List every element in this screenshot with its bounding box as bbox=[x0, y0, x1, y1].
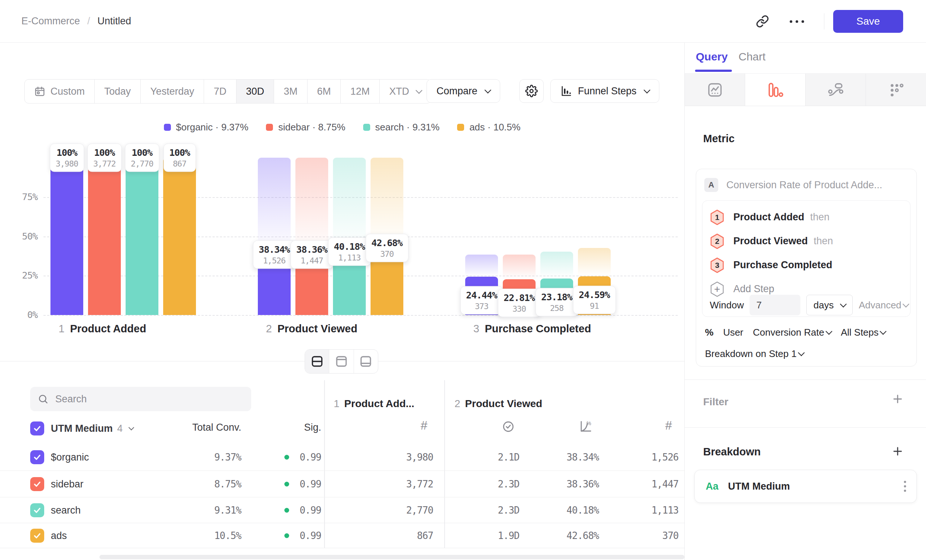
funnel-bar-organic-step3[interactable]: 24.44%373 bbox=[465, 158, 498, 315]
date-range-6m[interactable]: 6M bbox=[307, 80, 341, 103]
tab-query[interactable]: Query bbox=[696, 50, 728, 63]
kebab-menu-icon[interactable] bbox=[904, 481, 906, 492]
tab-insights[interactable] bbox=[685, 74, 745, 106]
count-metric-icon[interactable]: # bbox=[421, 419, 427, 433]
table-row-search[interactable]: search9.31%0.992,7702.3D40.18%1,113 bbox=[0, 497, 684, 523]
group-column-label: UTM Medium bbox=[51, 423, 113, 434]
gear-icon bbox=[525, 85, 538, 97]
date-range-today[interactable]: Today bbox=[95, 80, 141, 103]
legend-item-ads[interactable]: ads · 10.5% bbox=[457, 121, 520, 133]
bar-count: 370 bbox=[371, 249, 402, 258]
row-checkbox[interactable] bbox=[30, 450, 44, 464]
add-filter-button[interactable] bbox=[891, 392, 904, 406]
funnel-bar-search-step2[interactable]: 40.18%1,113 bbox=[333, 158, 366, 315]
advanced-dropdown[interactable]: Advanced bbox=[859, 300, 909, 311]
funnel-bar-organic-step1[interactable]: 100%3,980 bbox=[50, 158, 83, 315]
horizontal-scrollbar[interactable] bbox=[100, 555, 684, 559]
report-title[interactable]: Untitled bbox=[98, 15, 132, 27]
step-label-3: 3Purchase Completed bbox=[473, 323, 591, 335]
view-selector-label: Funnel Steps bbox=[578, 85, 637, 97]
date-range-custom[interactable]: Custom bbox=[25, 80, 95, 103]
layout-chart-top-button[interactable] bbox=[329, 350, 354, 373]
funnel-steps-view-button[interactable]: Funnel Steps bbox=[550, 79, 659, 103]
funnel-bar-sidebar-step2[interactable]: 38.36%1,447 bbox=[295, 158, 328, 315]
funnel-bar-organic-step2[interactable]: 38.34%1,526 bbox=[258, 158, 291, 315]
compare-button[interactable]: Compare bbox=[427, 79, 500, 103]
date-range-xtd[interactable]: XTD bbox=[380, 80, 431, 103]
date-range-3m[interactable]: 3M bbox=[274, 80, 307, 103]
date-range-label: XTD bbox=[389, 86, 409, 97]
date-range-30d[interactable]: 30D bbox=[236, 80, 274, 103]
breakdown-on-label: Breakdown on Step 1 bbox=[705, 348, 797, 360]
funnel-bar-ads-step1[interactable]: 100%867 bbox=[163, 158, 196, 315]
window-value-input[interactable] bbox=[750, 295, 800, 315]
legend-item-sidebar[interactable]: sidebar · 8.75% bbox=[266, 121, 345, 133]
tab-retention[interactable] bbox=[866, 74, 926, 106]
table-search[interactable] bbox=[30, 387, 251, 411]
step-number: 1 bbox=[710, 209, 725, 226]
funnel-step-2[interactable]: 2 Product Viewed then bbox=[710, 229, 910, 253]
breadcrumb-project[interactable]: E-Commerce bbox=[21, 15, 80, 27]
row-checkbox[interactable] bbox=[30, 503, 44, 517]
chart-settings-button[interactable] bbox=[519, 79, 544, 103]
scope-selector[interactable]: All Steps bbox=[841, 327, 886, 338]
avg-time-metric-icon[interactable] bbox=[502, 420, 515, 433]
more-menu-button[interactable] bbox=[785, 12, 809, 31]
metric-selector[interactable]: Conversion Rate bbox=[753, 327, 831, 338]
metric-title: Conversion Rate of Product Adde... bbox=[726, 179, 882, 191]
breakdown-item-utm-medium[interactable]: Aa UTM Medium bbox=[694, 470, 917, 503]
bar bbox=[163, 158, 196, 315]
search-input[interactable] bbox=[54, 393, 233, 405]
group-column-header[interactable]: UTM Medium 4 bbox=[51, 421, 133, 436]
tab-funnels[interactable] bbox=[745, 74, 806, 106]
funnel-bar-search-step3[interactable]: 23.18%258 bbox=[540, 158, 573, 315]
entity-selector[interactable]: User bbox=[723, 327, 743, 338]
funnel-step-3[interactable]: 3 Purchase Completed bbox=[710, 253, 910, 277]
date-range-7d[interactable]: 7D bbox=[204, 80, 236, 103]
bar-value-label: 100%2,770 bbox=[125, 144, 159, 172]
count-metric-icon[interactable]: # bbox=[665, 419, 672, 433]
legend-item-search[interactable]: search · 9.31% bbox=[363, 121, 440, 133]
date-range-yesterday[interactable]: Yesterday bbox=[141, 80, 204, 103]
row-total-conv: 8.75% bbox=[214, 478, 241, 490]
funnel-bar-ads-step3[interactable]: 24.59%91 bbox=[578, 158, 611, 315]
funnel-bar-ads-step2[interactable]: 42.68%370 bbox=[371, 158, 403, 315]
tab-flows[interactable] bbox=[806, 74, 866, 106]
breakdown-on-selector[interactable]: Breakdown on Step 1 bbox=[705, 348, 804, 360]
date-range-12m[interactable]: 12M bbox=[341, 80, 380, 103]
table-row-organic[interactable]: $organic9.37%0.993,9802.1D38.34%1,526 bbox=[0, 444, 684, 471]
row-checkbox[interactable] bbox=[30, 477, 44, 491]
window-unit: days bbox=[813, 300, 834, 311]
add-breakdown-button[interactable] bbox=[891, 445, 904, 458]
row-sig: 0.99 bbox=[300, 530, 321, 541]
breadcrumb-separator: / bbox=[87, 15, 90, 27]
layout-chart-bottom-button[interactable] bbox=[354, 350, 378, 373]
date-range-label: Today bbox=[104, 86, 131, 97]
legend-label: sidebar · 8.75% bbox=[278, 121, 345, 133]
sig-header[interactable]: Sig. bbox=[304, 422, 321, 433]
total-conv-header[interactable]: Total Conv. bbox=[192, 422, 241, 433]
step2-column-header: 2Product Viewed bbox=[454, 398, 542, 410]
funnel-bar-sidebar-step3[interactable]: 22.81%330 bbox=[503, 158, 536, 315]
copy-link-button[interactable] bbox=[753, 12, 772, 31]
conv-rate-metric-icon[interactable]: % bbox=[579, 420, 592, 433]
funnel-bar-sidebar-step1[interactable]: 100%3,772 bbox=[88, 158, 121, 315]
bar-count: 1,447 bbox=[296, 256, 327, 265]
date-range-label: 30D bbox=[246, 86, 265, 97]
layout-split-button[interactable] bbox=[305, 350, 329, 373]
conversion-window-row: Window days Advanced bbox=[710, 294, 903, 316]
funnel-bar-search-step1[interactable]: 100%2,770 bbox=[126, 158, 158, 315]
bar-count: 3,980 bbox=[56, 159, 78, 168]
save-button[interactable]: Save bbox=[833, 10, 903, 33]
select-all-checkbox[interactable] bbox=[30, 421, 44, 436]
row-checkbox[interactable] bbox=[30, 529, 44, 543]
table-row-ads[interactable]: ads10.5%0.998671.9D42.68%370 bbox=[0, 523, 684, 548]
legend-item-organic[interactable]: $organic · 9.37% bbox=[164, 121, 249, 133]
row-total-conv: 9.37% bbox=[214, 452, 241, 463]
tab-chart[interactable]: Chart bbox=[738, 50, 766, 63]
window-unit-dropdown[interactable]: days bbox=[806, 295, 853, 315]
table-row-sidebar[interactable]: sidebar8.75%0.993,7722.3D38.36%1,447 bbox=[0, 471, 684, 497]
funnel-step-1[interactable]: 1 Product Added then bbox=[710, 205, 910, 229]
significance-dot bbox=[284, 481, 289, 486]
metric-series-row[interactable]: A Conversion Rate of Product Adde... bbox=[704, 178, 882, 192]
